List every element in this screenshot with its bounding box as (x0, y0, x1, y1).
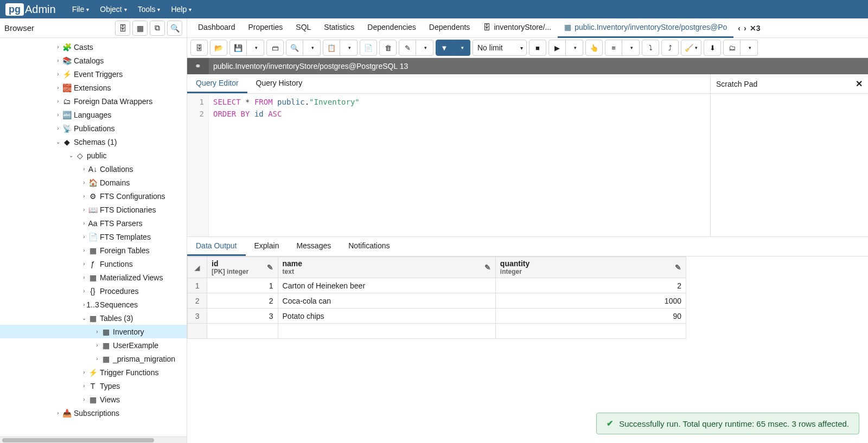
toolbar-open-file[interactable]: 🗄 (190, 40, 208, 56)
toolbar-execute-dd[interactable] (566, 40, 583, 56)
tabs-next[interactable]: › (744, 24, 746, 33)
tabs-close-overflow[interactable]: ✕3 (750, 24, 761, 33)
expand-icon[interactable]: › (54, 410, 62, 416)
toolbar-download[interactable]: ⬇ (704, 40, 721, 56)
sidebar-hscroll[interactable] (0, 436, 187, 443)
menu-help[interactable]: Help (165, 0, 197, 18)
expand-icon[interactable]: › (80, 396, 88, 402)
row-number[interactable]: 2 (188, 293, 207, 309)
tab-data-output[interactable]: Data Output (187, 237, 246, 256)
tree-item[interactable]: ›{}Procedures (0, 284, 187, 298)
tree-item[interactable]: ›▦Views (0, 393, 187, 406)
cell-id[interactable]: 2 (207, 293, 278, 309)
tab-messages[interactable]: Messages (288, 237, 340, 256)
browser-btn-search[interactable]: 🔍 (167, 21, 182, 36)
cell-id[interactable]: 1 (207, 278, 278, 293)
tree-item[interactable]: ›1..3Sequences (0, 298, 187, 311)
expand-icon[interactable]: › (80, 220, 88, 226)
tabs-prev[interactable]: ‹ (738, 24, 741, 33)
collapse-icon[interactable]: ⌄ (54, 139, 62, 145)
tree-item[interactable]: ›🗂Foreign Data Wrappers (0, 94, 187, 108)
toolbar-filter-dd[interactable] (453, 40, 470, 56)
expand-icon[interactable]: › (80, 207, 88, 213)
toolbar-save-data[interactable]: 🗃 (266, 40, 284, 56)
expand-icon[interactable]: › (80, 247, 88, 253)
tree-item[interactable]: ›🧩Casts (0, 40, 187, 54)
tree-item[interactable]: ⌄◇public (0, 149, 187, 162)
tab-notifications[interactable]: Notifications (340, 237, 398, 256)
toolbar-paste[interactable]: 📄 (360, 40, 377, 56)
expand-icon[interactable]: › (93, 356, 101, 362)
toolbar-macros-dd[interactable] (741, 40, 758, 56)
toolbar-filter[interactable]: ▼ (436, 40, 453, 56)
edit-col-icon[interactable]: ✎ (675, 263, 681, 272)
expand-icon[interactable]: › (80, 261, 88, 267)
toolbar-explain-analyze-dd[interactable] (622, 40, 640, 56)
toolbar-execute[interactable]: ▶ (548, 40, 566, 56)
expand-icon[interactable]: › (80, 383, 88, 389)
expand-icon[interactable]: › (80, 274, 88, 280)
tree-item[interactable]: ›🏠Domains (0, 176, 187, 189)
tab-query-editor[interactable]: Query Editor (187, 74, 247, 93)
tree-item[interactable]: ›⚡Trigger Functions (0, 365, 187, 379)
expand-icon[interactable]: › (80, 234, 88, 240)
col-header-id[interactable]: id[PK] integer ✎ (207, 257, 278, 278)
tab-sql[interactable]: SQL (289, 18, 317, 38)
tree-item[interactable]: ›📖FTS Dictionaries (0, 203, 187, 216)
expand-icon[interactable]: › (54, 85, 62, 91)
toolbar-save-dd[interactable] (247, 40, 264, 56)
expand-icon[interactable]: › (54, 125, 62, 131)
col-header-quantity[interactable]: quantityinteger ✎ (495, 257, 686, 278)
cell-name[interactable]: Potato chips (278, 309, 495, 324)
cell-id[interactable]: 3 (207, 309, 278, 324)
tab-inventory-store[interactable]: 🗄 inventoryStore/... (476, 18, 558, 38)
tab-query-history[interactable]: Query History (247, 74, 311, 93)
cell-name[interactable]: Coca-cola can (278, 293, 495, 309)
expand-icon[interactable]: › (80, 369, 88, 375)
menu-tools[interactable]: Tools (132, 0, 166, 18)
toolbar-rollback[interactable]: ⤴ (661, 40, 679, 56)
connection-status-icon[interactable]: ⚭ (187, 58, 209, 74)
toolbar-explain[interactable]: 👆 (585, 40, 603, 56)
cell-quantity[interactable]: 90 (495, 309, 686, 324)
row-number[interactable]: 3 (188, 309, 207, 324)
row-number[interactable]: 1 (188, 278, 207, 293)
toolbar-find-dd[interactable] (303, 40, 321, 56)
tree-item[interactable]: ›ƒFunctions (0, 257, 187, 271)
tree-item[interactable]: ›📚Catalogs (0, 54, 187, 67)
collapse-icon[interactable]: ⌄ (67, 152, 75, 158)
object-tree[interactable]: ›🧩Casts›📚Catalogs›⚡Event Triggers›🧱Exten… (0, 38, 187, 436)
toolbar-copy-dd[interactable] (340, 40, 358, 56)
browser-btn-properties[interactable]: 🗄 (115, 21, 130, 36)
table-row[interactable]: 33Potato chips90 (188, 309, 686, 324)
table-row[interactable]: 22Coca-cola can1000 (188, 293, 686, 309)
tree-item[interactable]: ›📡Publications (0, 121, 187, 135)
tab-query-tool[interactable]: ▦ public.Inventory/inventoryStore/postgr… (558, 18, 733, 38)
toolbar-save[interactable]: 💾 (229, 40, 247, 56)
toolbar-folder[interactable]: 📂 (210, 40, 227, 56)
tree-item[interactable]: ›▦_prisma_migration (0, 352, 187, 365)
tab-explain[interactable]: Explain (246, 237, 288, 256)
toolbar-edit[interactable]: ✎ (399, 40, 416, 56)
toolbar-delete[interactable]: 🗑 (379, 40, 397, 56)
cell-quantity[interactable]: 1000 (495, 293, 686, 309)
expand-icon[interactable]: › (80, 288, 88, 294)
tree-item[interactable]: ›🔤Languages (0, 108, 187, 121)
toolbar-edit-dd[interactable] (416, 40, 433, 56)
expand-icon[interactable]: › (93, 342, 101, 348)
tab-properties[interactable]: Properties (242, 18, 290, 38)
scratch-pad-body[interactable] (711, 94, 868, 236)
tab-statistics[interactable]: Statistics (317, 18, 361, 38)
expand-icon[interactable]: › (54, 44, 62, 50)
toolbar-stop[interactable]: ■ (529, 40, 546, 56)
grid-corner[interactable]: ◢ (188, 257, 207, 278)
toolbar-macros[interactable]: 🗂 (723, 40, 741, 56)
tree-item[interactable]: ›📥Subscriptions (0, 406, 187, 420)
tree-item[interactable]: ›🧱Extensions (0, 81, 187, 94)
expand-icon[interactable]: › (80, 193, 88, 199)
tab-dashboard[interactable]: Dashboard (192, 18, 242, 38)
tree-item[interactable]: ›▦Foreign Tables (0, 243, 187, 257)
tree-item[interactable]: ›📄FTS Templates (0, 230, 187, 243)
result-grid[interactable]: ◢ id[PK] integer ✎ nametext ✎ (187, 256, 868, 443)
tree-item[interactable]: ⌄◆Schemas (1) (0, 135, 187, 149)
